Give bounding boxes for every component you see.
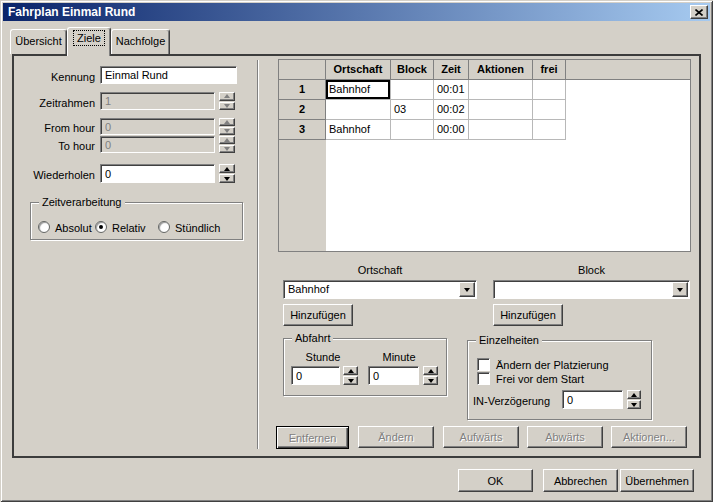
chevron-down-icon bbox=[677, 288, 683, 292]
ortschaft-combobox[interactable]: Bahnhof bbox=[283, 280, 477, 299]
grid-corner-cell bbox=[279, 60, 326, 80]
arrow-down-icon bbox=[428, 379, 434, 383]
grid-header-filler bbox=[566, 60, 690, 80]
grid-cell[interactable] bbox=[469, 100, 533, 120]
grid-cell[interactable] bbox=[469, 80, 533, 100]
grid-cell[interactable] bbox=[533, 80, 566, 100]
wiederholen-spin-down-button[interactable] bbox=[219, 174, 235, 183]
zeitverarbeitung-groupbox: Zeitverarbeitung bbox=[30, 202, 243, 240]
minute-input[interactable] bbox=[368, 366, 419, 385]
aufwaerts-button: Aufwärts bbox=[443, 426, 519, 448]
grid[interactable]: OrtschaftBlockZeitAktionenfrei1Bahnhof00… bbox=[278, 59, 691, 252]
grid-cell[interactable]: 00:00 bbox=[434, 120, 469, 140]
tab-nachfolge[interactable]: Nachfolge bbox=[111, 29, 170, 54]
to-hour-spin-up-button bbox=[219, 136, 235, 144]
grid-cell[interactable]: Bahnhof bbox=[326, 120, 391, 140]
arrow-up-icon bbox=[224, 94, 230, 98]
grid-col-header-ortschaft[interactable]: Ortschaft bbox=[326, 60, 391, 80]
grid-cell[interactable]: 03 bbox=[391, 100, 434, 120]
radio-dot-icon bbox=[99, 225, 103, 229]
block-combo-dropdown-button[interactable] bbox=[672, 282, 688, 297]
minute-spin-up-button[interactable] bbox=[423, 366, 438, 375]
grid-cell[interactable] bbox=[391, 120, 434, 140]
in-verzoegerung-label: IN-Verzögerung bbox=[473, 395, 550, 407]
abbrechen-button[interactable]: Abbrechen bbox=[543, 469, 618, 492]
radio-stuendlich-label: Stündlich bbox=[175, 222, 220, 234]
grid-cell[interactable]: 00:02 bbox=[434, 100, 469, 120]
grid-cell[interactable]: Bahnhof bbox=[326, 80, 391, 100]
in-verzoegerung-spin-down-button[interactable] bbox=[627, 400, 641, 409]
radio-relativ[interactable] bbox=[95, 221, 107, 233]
arrow-up-icon bbox=[224, 120, 230, 124]
arrow-down-icon bbox=[224, 129, 230, 133]
ortschaft-combo-dropdown-button[interactable] bbox=[459, 282, 475, 297]
in-verzoegerung-spin-up-button[interactable] bbox=[627, 390, 641, 399]
in-verzoegerung-input[interactable] bbox=[562, 390, 623, 409]
stunde-label: Stunde bbox=[288, 351, 358, 363]
grid-row-label-filler bbox=[279, 140, 326, 251]
wiederholen-input[interactable] bbox=[100, 164, 215, 183]
title-bar[interactable]: Fahrplan Einmal Rund bbox=[3, 3, 710, 21]
stunde-input[interactable] bbox=[291, 366, 340, 385]
wiederholen-spinner[interactable] bbox=[219, 164, 235, 183]
grid-col-header-frei[interactable]: frei bbox=[533, 60, 566, 80]
minute-spinner[interactable] bbox=[423, 366, 438, 385]
tab-uebersicht[interactable]: Übersicht bbox=[10, 29, 67, 54]
wiederholen-spin-up-button[interactable] bbox=[219, 164, 235, 173]
arrow-up-icon bbox=[631, 393, 637, 397]
radio-absolut-label: Absolut bbox=[55, 222, 92, 234]
grid-cell[interactable] bbox=[391, 80, 434, 100]
grid-col-header-block[interactable]: Block bbox=[391, 60, 434, 80]
ortschaft-hinzufuegen-button[interactable]: Hinzufügen bbox=[283, 304, 353, 326]
grid-cell[interactable] bbox=[469, 120, 533, 140]
grid-cell[interactable] bbox=[533, 100, 566, 120]
chevron-down-icon bbox=[464, 288, 470, 292]
arrow-up-icon bbox=[224, 138, 230, 142]
arrow-down-icon bbox=[631, 403, 637, 407]
arrow-down-icon bbox=[224, 147, 230, 151]
to-hour-spinner bbox=[219, 136, 235, 153]
uebernehmen-button[interactable]: Übernehmen bbox=[620, 469, 694, 492]
block-combo-label: Block bbox=[493, 264, 690, 276]
grid-col-header-zeit[interactable]: Zeit bbox=[434, 60, 469, 80]
arrow-up-icon bbox=[428, 369, 434, 373]
in-verzoegerung-spinner[interactable] bbox=[627, 390, 641, 409]
kennung-input[interactable] bbox=[100, 66, 237, 84]
from-hour-input bbox=[100, 118, 215, 135]
panel-divider bbox=[257, 60, 258, 449]
aendern-button: Ändern bbox=[358, 426, 434, 448]
arrow-up-icon bbox=[224, 167, 230, 171]
ok-button[interactable]: OK bbox=[458, 469, 533, 492]
ortschaft-combo-value: Bahnhof bbox=[288, 283, 329, 295]
stunde-spinner[interactable] bbox=[343, 366, 358, 385]
stunde-spin-up-button[interactable] bbox=[343, 366, 358, 375]
radio-absolut[interactable] bbox=[38, 221, 50, 233]
minute-spin-down-button[interactable] bbox=[423, 376, 438, 385]
grid-row-label[interactable]: 3 bbox=[279, 120, 326, 140]
tab-ziele[interactable]: Ziele bbox=[67, 27, 111, 56]
grid-row-label[interactable]: 2 bbox=[279, 100, 326, 120]
window-title: Fahrplan Einmal Rund bbox=[3, 5, 135, 19]
radio-stuendlich[interactable] bbox=[158, 221, 170, 233]
zeitrahmen-spin-up-button bbox=[219, 92, 235, 101]
zeitverarbeitung-legend: Zeitverarbeitung bbox=[39, 196, 125, 208]
grid-row-label[interactable]: 1 bbox=[279, 80, 326, 100]
einzelheiten-legend: Einzelheiten bbox=[476, 334, 542, 346]
grid-cell[interactable]: 00:01 bbox=[434, 80, 469, 100]
grid-cell[interactable] bbox=[326, 100, 391, 120]
block-combobox[interactable] bbox=[493, 280, 690, 299]
frei-vor-dem-start-checkbox[interactable] bbox=[477, 372, 490, 385]
aendern-der-platzierung-checkbox[interactable] bbox=[477, 358, 490, 371]
entfernen-button: Entfernen bbox=[276, 426, 349, 449]
grid-cell[interactable] bbox=[533, 120, 566, 140]
minute-label: Minute bbox=[364, 351, 434, 363]
zeitrahmen-label: Zeitrahmen bbox=[10, 97, 95, 109]
arrow-down-icon bbox=[348, 379, 354, 383]
kennung-label: Kennung bbox=[10, 71, 95, 83]
to-hour-input bbox=[100, 136, 215, 153]
close-button[interactable] bbox=[690, 5, 708, 19]
stunde-spin-down-button[interactable] bbox=[343, 376, 358, 385]
aendern-der-platzierung-label: Ändern der Platzierung bbox=[496, 359, 609, 371]
block-hinzufuegen-button[interactable]: Hinzufügen bbox=[493, 304, 563, 326]
grid-col-header-aktionen[interactable]: Aktionen bbox=[469, 60, 533, 80]
